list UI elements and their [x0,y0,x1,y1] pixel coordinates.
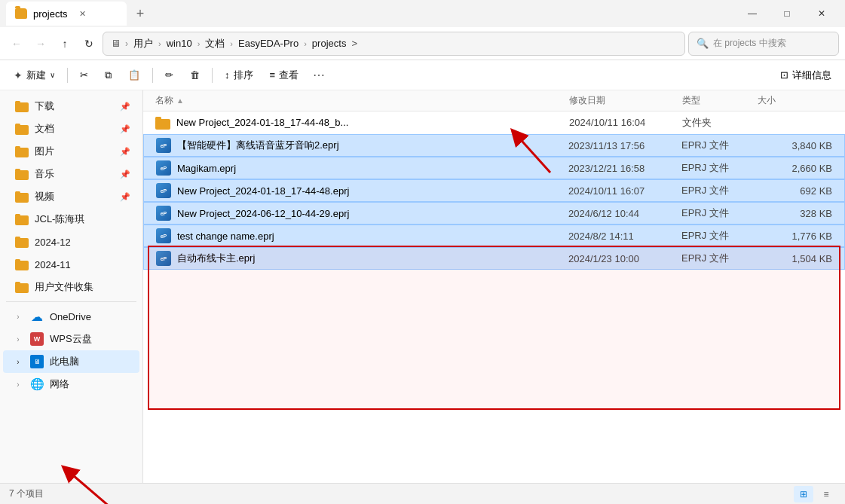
col-type[interactable]: 类型 [682,94,758,107]
col-name[interactable]: 名称 ▲ [155,94,569,107]
search-icon: 🔍 [697,38,709,49]
col-modified[interactable]: 修改日期 [569,94,682,107]
sidebar-item-pictures[interactable]: 图片 📌 [3,140,139,163]
pictures-folder-icon [15,145,29,158]
file-name-cell: eP 【智能硬件】离线语音蓝牙音响2.eprj [156,138,568,153]
sidebar-item-this-pc[interactable]: › 🖥 此电脑 [3,350,139,373]
close-button[interactable]: ✕ [804,0,839,27]
file-row[interactable]: eP 【智能硬件】离线语音蓝牙音响2.eprj 2023/11/13 17:56… [143,134,845,157]
sidebar-item-videos[interactable]: 视频 📌 [3,185,139,208]
more-actions-button[interactable]: ⋯ [308,64,330,87]
sidebar-music-label: 音乐 [35,167,114,181]
sidebar-wps-label: WPS云盘 [50,332,130,346]
copy-button[interactable]: ⧉ [97,64,119,87]
window-tab[interactable]: projects ✕ [6,2,127,26]
up-button[interactable]: ↑ [54,33,75,54]
breadcrumb-chevron-4: › [304,39,307,48]
sidebar-jcl-label: JCL-陈海琪 [35,212,130,226]
cut-button[interactable]: ✂ [72,64,96,87]
sidebar-item-wps[interactable]: › W WPS云盘 [3,328,139,350]
sidebar-item-jcl[interactable]: JCL-陈海琪 [3,208,139,231]
grid-view-button[interactable]: ⊞ [794,486,813,502]
address-bar[interactable]: 🖥 › 用户 › win10 › 文档 › EasyEDA-Pro › proj… [103,32,685,56]
new-button[interactable]: ✦ 新建 ∨ [6,64,63,87]
2024-11-folder-icon [15,258,29,271]
file-row[interactable]: eP New Project_2024-01-18_17-44-48.eprj … [143,179,845,202]
file-list-header: 名称 ▲ 修改日期 类型 大小 [143,90,845,111]
user-files-folder-icon [15,280,29,294]
col-size[interactable]: 大小 [758,94,833,107]
sidebar-item-music[interactable]: 音乐 📌 [3,163,139,185]
col-size-label: 大小 [758,94,776,107]
breadcrumb-chevron-1: › [158,39,161,48]
item-count: 7 个项目 [9,487,44,500]
file-row[interactable]: eP Magikam.eprj 2023/12/21 16:58 EPRJ 文件… [143,157,845,179]
wps-cloud-icon: W [30,332,44,346]
refresh-button[interactable]: ↻ [78,33,100,54]
details-icon: ⊡ [780,69,788,81]
sidebar-item-download[interactable]: 下载 📌 [3,95,139,118]
selection-box [148,246,840,410]
svg-rect-13 [15,237,20,240]
expand-arrow-wps: › [12,333,24,345]
expand-arrow-network: › [12,378,24,390]
eprj-icon: eP [156,160,171,176]
file-row[interactable]: eP test change name.eprj 2024/8/2 14:11 … [143,225,845,247]
sort-button[interactable]: ↕ 排序 [217,64,261,87]
svg-rect-7 [15,169,20,172]
search-box[interactable]: 🔍 在 projects 中搜索 [688,32,839,56]
file-modified: 2024/10/11 16:07 [568,185,681,197]
svg-rect-15 [15,259,20,262]
svg-rect-17 [15,282,20,285]
sidebar-user-files-label: 用户文件收集 [35,280,130,294]
pin-icon-pictures: 📌 [120,147,130,157]
delete-button[interactable]: 🗑 [182,64,207,87]
breadcrumb-user[interactable]: 用户 [131,35,155,52]
new-icon: ✦ [14,69,23,81]
sidebar-item-2024-11[interactable]: 2024-11 [3,253,139,276]
forward-button[interactable]: → [30,33,51,54]
separator-2 [152,68,153,83]
status-bar-right: ⊞ ≡ [794,486,836,502]
file-row[interactable]: eP New Project_2024-06-12_10-44-29.eprj … [143,202,845,225]
paste-button[interactable]: 📋 [121,64,148,87]
file-size: 692 KB [757,185,832,197]
minimize-button[interactable]: — [735,0,770,27]
file-type: EPRJ 文件 [681,229,757,243]
sidebar-item-2024-12[interactable]: 2024-12 [3,231,139,253]
file-row[interactable]: New Project_2024-01-18_17-44-48_b... 202… [143,111,845,134]
restore-button[interactable]: □ [770,0,804,27]
file-name-cell: eP New Project_2024-06-12_10-44-29.eprj [156,206,568,221]
sidebar-item-documents[interactable]: 文档 📌 [3,118,139,140]
file-modified: 2024/10/11 16:04 [569,117,682,128]
window-controls: — □ ✕ [735,0,839,27]
file-name: New Project_2024-01-18_17-44-48.eprj [177,185,349,197]
sidebar-item-network[interactable]: › 🌐 网络 [3,373,139,396]
file-type: EPRJ 文件 [681,252,757,265]
search-placeholder-text: 在 projects 中搜索 [713,37,786,50]
sidebar-item-onedrive[interactable]: › ☁ OneDrive [3,305,139,328]
breadcrumb-win10[interactable]: win10 [164,36,194,50]
sidebar-pictures-label: 图片 [35,145,114,158]
file-row[interactable]: eP 自动布线卡主.eprj 2024/1/23 10:00 EPRJ 文件 1… [143,247,845,270]
breadcrumb-projects[interactable]: projects [310,36,349,50]
breadcrumb-easyeda[interactable]: EasyEDA-Pro [236,36,301,50]
file-type: 文件夹 [682,116,758,130]
list-view-icon: ≡ [823,489,828,499]
main-layout: 下载 📌 文档 📌 图片 📌 音乐 📌 [0,90,845,483]
copy-icon: ⧉ [105,69,112,81]
file-name: New Project_2024-06-12_10-44-29.eprj [177,208,349,219]
view-button[interactable]: ≡ 查看 [262,64,307,87]
back-button[interactable]: ← [6,33,27,54]
list-view-button[interactable]: ≡ [816,486,836,502]
videos-folder-icon [15,190,29,203]
svg-rect-18 [155,119,170,130]
sidebar-item-user-files[interactable]: 用户文件收集 [3,276,139,298]
onedrive-icon: ☁ [30,310,44,323]
new-tab-button[interactable]: + [130,3,151,24]
details-button[interactable]: ⊡ 详细信息 [773,64,839,87]
tab-close-button[interactable]: ✕ [77,8,89,20]
rename-button[interactable]: ✏ [158,64,181,87]
breadcrumb-documents[interactable]: 文档 [203,35,227,52]
title-bar: projects ✕ + — □ ✕ [0,0,845,27]
